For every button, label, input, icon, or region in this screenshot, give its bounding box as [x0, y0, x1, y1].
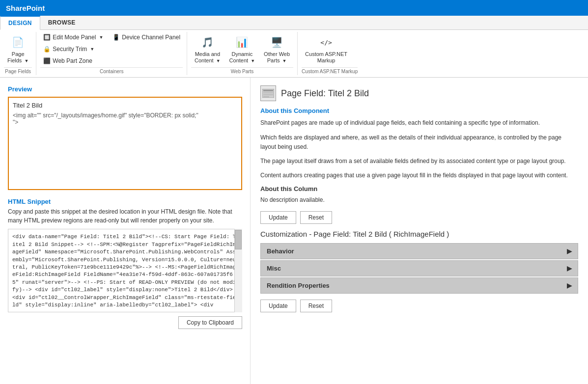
- preview-box: Titel 2 Bild <img alt="" src="/_layouts/…: [8, 97, 242, 190]
- accordion-behavior-chevron: ▶: [567, 247, 572, 255]
- ribbon-group-items: 📄 PageFields ▼: [4, 32, 32, 66]
- html-snippet-label: HTML Snippet: [8, 198, 242, 205]
- containers-small-items: 🔲 Edit Mode Panel ▼ 🔒 Security Trim ▼ ⬛ …: [40, 32, 106, 66]
- media-content-button[interactable]: 🎵 Media andContent ▼: [191, 32, 224, 66]
- ribbon: DESIGN BROWSE 📄 PageFields ▼ Page Fields…: [0, 16, 588, 78]
- custom-aspnet-button[interactable]: </> Custom ASP.NETMarkup: [302, 32, 351, 66]
- update-button-top[interactable]: Update: [260, 211, 296, 224]
- no-description-text: No description available.: [260, 195, 578, 205]
- accordion: Behavior ▶ Misc ▶ Rendition Properties ▶: [260, 243, 578, 294]
- html-snippet-desc: Copy and paste this snippet at the desir…: [8, 207, 242, 225]
- svg-rect-2: [263, 92, 273, 93]
- ribbon-group-page-fields: 📄 PageFields ▼ Page Fields: [0, 32, 36, 75]
- accordion-misc-chevron: ▶: [567, 265, 572, 272]
- preview-label: Preview: [8, 85, 242, 93]
- custom-markup-items: </> Custom ASP.NETMarkup: [302, 32, 358, 66]
- web-part-zone-icon: ⬛: [43, 57, 51, 65]
- custom-markup-group-label: Custom ASP.NET Markup: [302, 67, 358, 75]
- bottom-btn-row: Update Reset: [260, 300, 578, 312]
- web-part-zone-button[interactable]: ⬛ Web Part Zone: [40, 55, 106, 66]
- containers-group-label: Containers: [40, 67, 183, 75]
- accordion-misc-label: Misc: [267, 265, 281, 272]
- accordion-rendition-label: Rendition Properties: [267, 282, 330, 289]
- copy-to-clipboard-button[interactable]: Copy to Clipboard: [178, 316, 242, 329]
- accordion-behavior: Behavior ▶: [260, 243, 578, 259]
- page-fields-button[interactable]: 📄 PageFields ▼: [4, 32, 32, 66]
- custom-aspnet-label: Custom ASP.NETMarkup: [305, 51, 347, 64]
- other-web-parts-label: Other WebParts ▼: [264, 51, 290, 64]
- update-button-bottom[interactable]: Update: [260, 300, 296, 312]
- accordion-misc: Misc ▶: [260, 260, 578, 276]
- accordion-behavior-label: Behavior: [267, 247, 294, 255]
- accordion-rendition: Rendition Properties ▶: [260, 277, 578, 294]
- edit-mode-panel-button[interactable]: 🔲 Edit Mode Panel ▼: [40, 32, 106, 43]
- accordion-misc-header[interactable]: Misc ▶: [261, 261, 578, 276]
- svg-rect-4: [263, 96, 269, 97]
- tab-design[interactable]: DESIGN: [0, 16, 40, 30]
- customization-title: Customization - Page Field: Titel 2 Bild…: [260, 230, 578, 238]
- code-box[interactable]: <div data-name="Page Field: Titel 2 Bild…: [8, 229, 242, 312]
- security-trim-chevron: ▼: [90, 47, 94, 52]
- dynamic-content-label: DynamicContent ▼: [229, 51, 255, 64]
- about-component-title: About this Component: [260, 107, 578, 114]
- tab-browse[interactable]: BROWSE: [40, 16, 84, 29]
- ribbon-tabs: DESIGN BROWSE: [0, 16, 588, 30]
- edit-mode-icon: 🔲: [43, 33, 51, 41]
- field-icon-svg: [262, 89, 274, 98]
- security-trim-label: Security Trim: [53, 46, 87, 53]
- custom-aspnet-icon: </>: [318, 34, 334, 50]
- web-parts-group-label: Web Parts: [191, 67, 293, 75]
- dynamic-content-button[interactable]: 📊 DynamicContent ▼: [226, 32, 259, 66]
- page-fields-group-label: Page Fields: [4, 67, 32, 75]
- ribbon-group-custom-markup: </> Custom ASP.NETMarkup Custom ASP.NET …: [298, 32, 362, 75]
- accordion-rendition-chevron: ▶: [567, 282, 572, 289]
- page-fields-icon: 📄: [10, 34, 26, 50]
- left-panel: Preview Titel 2 Bild <img alt="" src="/_…: [0, 78, 251, 384]
- device-channel-panel-button[interactable]: 📱 Device Channel Panel: [110, 32, 183, 43]
- info-text-4: Content authors creating pages that use …: [260, 171, 578, 180]
- other-web-parts-icon: 🖥️: [269, 34, 285, 50]
- ribbon-content: 📄 PageFields ▼ Page Fields 🔲 Edit Mode P…: [0, 30, 588, 77]
- edit-mode-label: Edit Mode Panel: [53, 34, 96, 41]
- preview-title: Titel 2 Bild: [13, 102, 237, 109]
- page-field-title: Page Field: Titel 2 Bild: [281, 88, 369, 99]
- web-parts-items: 🎵 Media andContent ▼ 📊 DynamicContent ▼ …: [191, 32, 293, 66]
- about-column-title: About this Column: [260, 185, 578, 192]
- scrollbar-track[interactable]: [234, 229, 242, 312]
- media-content-icon: 🎵: [199, 34, 215, 50]
- reset-button-top[interactable]: Reset: [300, 211, 332, 224]
- ribbon-group-containers: 🔲 Edit Mode Panel ▼ 🔒 Security Trim ▼ ⬛ …: [36, 32, 187, 75]
- accordion-behavior-header[interactable]: Behavior ▶: [261, 244, 578, 259]
- edit-mode-chevron: ▼: [99, 35, 103, 40]
- scrollbar-thumb[interactable]: [235, 230, 242, 249]
- page-fields-label: PageFields ▼: [7, 51, 28, 64]
- web-part-zone-label: Web Part Zone: [53, 57, 92, 64]
- ribbon-group-web-parts: 🎵 Media andContent ▼ 📊 DynamicContent ▼ …: [187, 32, 298, 75]
- main-layout: Preview Titel 2 Bild <img alt="" src="/_…: [0, 78, 588, 384]
- code-box-wrapper: <div data-name="Page Field: Titel 2 Bild…: [8, 229, 242, 312]
- security-trim-icon: 🔒: [43, 45, 51, 53]
- dynamic-content-icon: 📊: [234, 34, 250, 50]
- other-web-parts-button[interactable]: 🖥️ Other WebParts ▼: [260, 32, 293, 66]
- reset-button-bottom[interactable]: Reset: [300, 300, 332, 312]
- info-text-2: Which fields are displayed and where, as…: [260, 133, 578, 152]
- info-text-1: SharePoint pages are made up of individu…: [260, 118, 578, 128]
- app-title: SharePoint: [6, 4, 45, 12]
- page-field-icon: [260, 85, 276, 101]
- svg-rect-1: [263, 90, 273, 91]
- preview-content: <img alt="" src="/_layouts/images/home.g…: [13, 112, 237, 126]
- device-channel-label: Device Channel Panel: [122, 34, 180, 41]
- accordion-rendition-header[interactable]: Rendition Properties ▶: [261, 278, 578, 293]
- media-content-label: Media andContent ▼: [195, 51, 221, 64]
- device-channel-item: 📱 Device Channel Panel: [110, 32, 183, 43]
- device-channel-icon: 📱: [112, 33, 120, 41]
- page-field-header: Page Field: Titel 2 Bild: [260, 85, 578, 101]
- top-bar: SharePoint: [0, 0, 588, 16]
- top-btn-row: Update Reset: [260, 211, 578, 224]
- svg-rect-3: [263, 94, 273, 95]
- info-text-3: The page layout itself draws from a set …: [260, 157, 578, 166]
- right-panel: Page Field: Titel 2 Bild About this Comp…: [251, 78, 588, 384]
- security-trim-button[interactable]: 🔒 Security Trim ▼: [40, 44, 106, 55]
- containers-items: 🔲 Edit Mode Panel ▼ 🔒 Security Trim ▼ ⬛ …: [40, 32, 183, 66]
